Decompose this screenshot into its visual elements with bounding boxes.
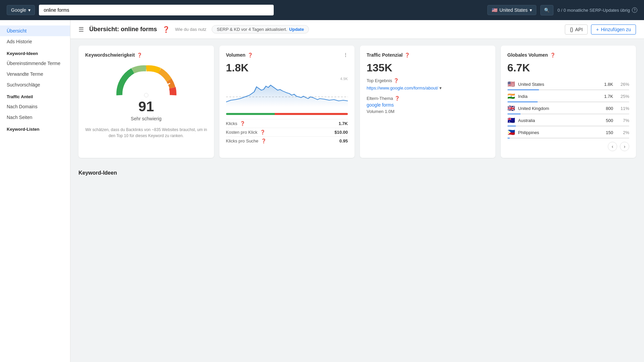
top-result-help[interactable]: ❓ (393, 78, 399, 83)
keyword-ideen-section: Keyword-Ideen (70, 165, 644, 185)
volume-value: 1.8K (226, 62, 348, 74)
page-title: Übersicht: online forms (89, 26, 157, 33)
gauge-description: Wir schätzen, dass du Backlinks von ~835… (85, 127, 207, 139)
gauge-value: 91 (138, 99, 154, 115)
country-label: United States (499, 7, 528, 13)
global-volume-card: Globales Volumen ❓ 6.7K 🇺🇸 United States… (501, 46, 636, 158)
cards-area: Keywordschwierigkeit ❓ (70, 39, 644, 165)
flag-icon: 🇺🇸 (492, 7, 497, 13)
nav-arrows: ‹ › (507, 142, 630, 151)
update-notice: SERP & KD vor 4 Tagen aktualisiert. Upda… (212, 25, 309, 34)
search-input[interactable] (39, 5, 274, 15)
parent-volume-sub: Volumen 1.0M (367, 109, 489, 114)
parent-theme-help[interactable]: ❓ (394, 96, 400, 101)
kosten-help[interactable]: ❓ (260, 130, 265, 135)
update-link[interactable]: Update (289, 27, 304, 32)
flag-uk: 🇬🇧 (507, 105, 516, 112)
color-bar (226, 113, 348, 115)
flag-ph: 🇵🇭 (507, 129, 516, 136)
keyword-ideen-title: Keyword-Ideen (78, 165, 636, 179)
app-body: Übersicht Ads Historie Keyword-Ideen Übe… (0, 20, 644, 362)
kd-help-icon[interactable]: ❓ (137, 53, 142, 58)
header-actions: {} API + Hinzufügen zu (565, 24, 636, 35)
google-dropdown[interactable]: Google ▾ (7, 5, 35, 15)
volume-chart-svg (226, 77, 348, 107)
global-card-title: Globales Volumen ❓ (507, 52, 630, 58)
page-header: ☰ Übersicht: online forms ❓ Wie du das n… (70, 20, 644, 39)
klicks-help[interactable]: ❓ (240, 121, 245, 126)
how-to-use[interactable]: Wie du das nutz (175, 27, 206, 32)
search-button[interactable]: 🔍 (540, 5, 553, 15)
country-row-uk: 🇬🇧 United Kingdom 800 11% (507, 103, 630, 114)
serp-updates-label: 0 / 0 monatliche SERP-Updates übrig ? (557, 7, 637, 13)
klicks-suche-help[interactable]: ❓ (261, 138, 266, 143)
parent-theme-link[interactable]: google forms (367, 102, 489, 108)
volume-help-icon[interactable]: ❓ (248, 53, 253, 58)
metric-row-klicks-suche: Klicks pro Suche ❓ 0.95 (226, 136, 348, 145)
country-row-us: 🇺🇸 United States 1.8K 26% (507, 79, 630, 89)
global-value: 6.7K (507, 62, 630, 74)
country-row-in: 🇮🇳 India 1.7K 25% (507, 91, 630, 102)
sidebar-item-verwandte[interactable]: Verwandte Terme (0, 69, 70, 79)
add-icon: + (596, 27, 599, 32)
dropdown-arrow: ▾ (28, 7, 31, 13)
sidebar-section-traffic-anteil: Traffic Anteil (0, 90, 70, 101)
traffic-help-icon[interactable]: ❓ (405, 53, 410, 58)
keyword-difficulty-card: Keywordschwierigkeit ❓ (78, 46, 214, 158)
volume-card: Volumen ❓ ⋮ 1.8K 4.9K (219, 46, 355, 158)
parent-theme-label: Eltern-Thema ❓ (367, 96, 489, 101)
metric-row-klicks: Klicks ❓ 1.7K (226, 119, 348, 128)
api-button[interactable]: {} API (565, 24, 588, 35)
flag-au: 🇦🇺 (507, 117, 516, 124)
google-label: Google (11, 7, 26, 13)
volume-menu-dots[interactable]: ⋮ (343, 52, 348, 58)
sidebar: Übersicht Ads Historie Keyword-Ideen Übe… (0, 20, 70, 362)
country-dropdown-arrow: ▾ (530, 7, 532, 13)
sidebar-item-suchvorschlaege[interactable]: Suchvorschläge (0, 79, 70, 90)
search-wrapper (39, 5, 274, 15)
prev-arrow[interactable]: ‹ (608, 142, 617, 151)
svg-point-1 (144, 93, 148, 97)
add-button[interactable]: + Hinzufügen zu (591, 24, 636, 35)
traffic-value: 135K (367, 62, 489, 74)
next-arrow[interactable]: › (620, 142, 629, 151)
gauge-svg (113, 62, 180, 99)
svg-line-0 (146, 83, 170, 95)
sidebar-section-keyword-ideen: Keyword-Ideen (0, 47, 70, 58)
sidebar-item-uebersicht[interactable]: Übersicht (0, 25, 70, 36)
traffic-card-title: Traffic Potenzial ❓ (367, 52, 489, 58)
country-row-au: 🇦🇺 Australia 500 7% (507, 115, 630, 126)
flag-us: 🇺🇸 (507, 80, 516, 88)
sidebar-item-ads-historie[interactable]: Ads Historie (0, 36, 70, 47)
sidebar-item-uebereinstimmende[interactable]: Übereinstimmende Terme (0, 58, 70, 69)
metric-row-kosten: Kosten pro Klick ❓ $10.00 (226, 128, 348, 136)
page-help-icon[interactable]: ❓ (162, 26, 170, 33)
country-row-ph: 🇵🇭 Philippines 150 2% (507, 127, 630, 138)
gauge-label: Sehr schwierig (131, 116, 162, 121)
top-result-link[interactable]: https://www.google.com/forms/about/ ▾ (367, 85, 489, 91)
search-icon: 🔍 (544, 8, 550, 13)
hamburger-icon[interactable]: ☰ (78, 26, 84, 33)
country-selector[interactable]: 🇺🇸 United States ▾ (487, 5, 536, 15)
traffic-potential-card: Traffic Potenzial ❓ 135K Top Ergebnis ❓ … (360, 46, 495, 158)
sidebar-section-keyword-listen: Keyword-Listen (0, 123, 70, 134)
sidebar-item-nach-seiten[interactable]: Nach Seiten (0, 112, 70, 123)
serp-help-icon[interactable]: ? (632, 7, 637, 13)
flag-in: 🇮🇳 (507, 93, 516, 100)
top-result-label: Top Ergebnis ❓ (367, 78, 489, 83)
kd-card-title: Keywordschwierigkeit ❓ (85, 52, 207, 58)
top-navigation: Google ▾ 🇺🇸 United States ▾ 🔍 0 / 0 mona… (0, 0, 644, 20)
sidebar-item-nach-domains[interactable]: Nach Domains (0, 101, 70, 112)
global-help-icon[interactable]: ❓ (550, 53, 555, 58)
gauge-container: 91 Sehr schwierig Wir schätzen, dass du … (85, 62, 207, 139)
chart-max-label: 4.9K (340, 77, 348, 81)
main-content: ☰ Übersicht: online forms ❓ Wie du das n… (70, 20, 644, 362)
api-icon: {} (570, 27, 573, 32)
volume-card-title: Volumen ❓ ⋮ (226, 52, 348, 58)
volume-chart: 4.9K (226, 77, 348, 110)
